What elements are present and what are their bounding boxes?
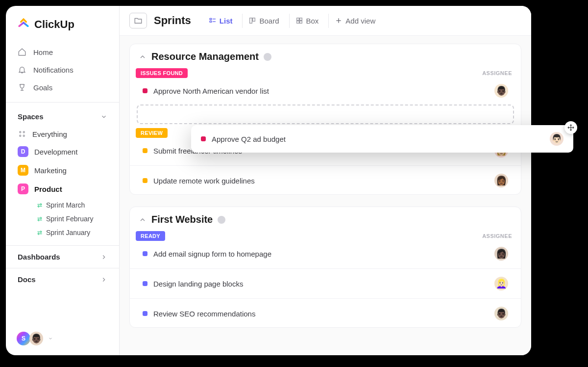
status-pill-ready[interactable]: READY (136, 231, 165, 241)
svg-point-0 (20, 131, 21, 133)
space-badge: M (18, 165, 28, 176)
home-icon (18, 48, 26, 56)
topbar: Sprints List Board Box Add view (120, 6, 531, 36)
clickup-logo-icon (17, 17, 30, 32)
space-label: Product (34, 185, 62, 193)
nav-dashboards[interactable]: Dashboards (6, 245, 119, 268)
task-title: Update remote work guidelines (153, 177, 255, 185)
status-dot (143, 311, 147, 316)
chevron-up-icon (139, 53, 147, 61)
chevron-right-icon (100, 276, 107, 283)
list-header[interactable]: First Website (130, 207, 521, 231)
task-row[interactable]: Update remote work guidelines 👩🏾 (134, 169, 517, 192)
nav-docs[interactable]: Docs (6, 268, 119, 290)
list-header[interactable]: Resource Management (130, 44, 521, 68)
sprint-item[interactable]: ⇄ Sprint March (11, 198, 114, 212)
assignee-avatar[interactable]: 👱🏻‍♀️ (494, 277, 508, 290)
space-everything[interactable]: Everything (11, 126, 114, 142)
brand-logo[interactable]: ClickUp (6, 15, 119, 43)
info-icon[interactable] (218, 216, 225, 224)
task-title: Approve North American vendor list (153, 87, 269, 95)
list-title: Resource Management (151, 51, 259, 62)
svg-point-3 (23, 135, 24, 136)
assignee-column-header: ASSIGNEE (482, 70, 512, 76)
box-icon (295, 17, 303, 25)
status-dot (143, 251, 147, 256)
status-header-row: READY ASSIGNEE (130, 231, 521, 242)
drop-zone[interactable] (137, 105, 514, 124)
nav-label: Home (33, 48, 53, 56)
space-product[interactable]: P Product (11, 180, 114, 198)
board-icon (248, 17, 256, 25)
task-title: Approve Q2 ad budget (212, 135, 286, 143)
nav-goals[interactable]: Goals (11, 79, 114, 96)
chevron-up-icon (139, 216, 147, 224)
task-title: Add email signup form to homepage (153, 250, 271, 258)
status-dot (143, 281, 147, 286)
assignee-avatar[interactable]: 👨🏻 (550, 132, 564, 146)
task-row[interactable]: Design landing page blocks 👱🏻‍♀️ (134, 272, 517, 295)
sprint-icon: ⇄ (37, 215, 42, 222)
primary-nav: Home Notifications Goals (6, 43, 119, 96)
assignee-avatar[interactable]: 👩🏿 (494, 247, 508, 261)
spaces-header[interactable]: Spaces (6, 108, 119, 126)
dragging-task-card[interactable]: Approve Q2 ad budget 👨🏻 (191, 125, 573, 153)
task-row[interactable]: Approve North American vendor list 👨🏿 (134, 79, 517, 103)
view-label: Box (306, 17, 319, 25)
main-content: Sprints List Board Box Add view (120, 6, 531, 355)
svg-point-1 (23, 131, 24, 133)
space-label: Everything (32, 130, 67, 138)
section-title: Spaces (18, 112, 44, 121)
view-tab-list[interactable]: List (203, 14, 239, 28)
task-row[interactable]: Add email signup form to homepage 👩🏿 (134, 242, 517, 265)
svg-rect-8 (250, 18, 252, 24)
svg-rect-12 (296, 21, 299, 24)
sprint-label: Sprint February (46, 215, 93, 223)
space-badge: P (18, 184, 28, 194)
svg-rect-9 (253, 18, 255, 22)
add-view-button[interactable]: Add view (328, 14, 381, 28)
sprint-label: Sprint January (46, 229, 90, 236)
brand-name: ClickUp (34, 18, 74, 31)
status-dot (201, 136, 206, 141)
task-title: Review SEO recommendations (153, 310, 255, 318)
status-dot (143, 178, 147, 183)
sprint-item[interactable]: ⇄ Sprint January (11, 226, 114, 239)
user-avatar-secondary: 👨🏿 (29, 332, 43, 345)
list-title: First Website (151, 214, 213, 225)
assignee-avatar[interactable]: 👨🏿 (494, 84, 508, 98)
space-badge: D (18, 146, 28, 157)
sprint-item[interactable]: ⇄ Sprint February (11, 212, 114, 226)
space-development[interactable]: D Development (11, 142, 114, 161)
view-tab-box[interactable]: Box (289, 14, 325, 28)
status-pill-issues-found[interactable]: ISSUES FOUND (136, 68, 188, 78)
task-title: Design landing page blocks (153, 280, 243, 288)
space-marketing[interactable]: M Marketing (11, 161, 114, 180)
nav-label: Docs (18, 275, 36, 284)
sprint-label: Sprint March (46, 201, 85, 209)
task-row[interactable]: Review SEO recommendations 👨🏿 (134, 302, 517, 325)
nav-label: Dashboards (18, 253, 60, 261)
info-icon[interactable] (264, 53, 271, 61)
assignee-avatar[interactable]: 👩🏾 (494, 174, 508, 187)
space-label: Marketing (34, 166, 67, 175)
svg-rect-11 (299, 18, 302, 21)
user-menu[interactable]: S 👨🏿 (6, 325, 119, 355)
view-tab-board[interactable]: Board (242, 14, 285, 28)
folder-icon[interactable] (129, 13, 147, 28)
status-pill-review[interactable]: REVIEW (136, 128, 168, 138)
spaces-section: Spaces Everything D Development M Market… (6, 102, 119, 239)
plus-icon (335, 17, 343, 25)
nav-label: Goals (33, 83, 52, 92)
nav-home[interactable]: Home (11, 43, 114, 61)
app-window: ClickUp Home Notifications Goals Spaces (6, 6, 531, 355)
chevron-right-icon (100, 254, 107, 261)
svg-rect-4 (210, 18, 212, 20)
assignee-avatar[interactable]: 👨🏿 (494, 307, 508, 320)
nav-notifications[interactable]: Notifications (11, 61, 114, 79)
space-label: Development (34, 148, 77, 156)
bell-icon (18, 65, 26, 74)
grid-icon (18, 130, 26, 138)
svg-rect-13 (299, 21, 302, 24)
caret-down-icon (48, 336, 53, 341)
